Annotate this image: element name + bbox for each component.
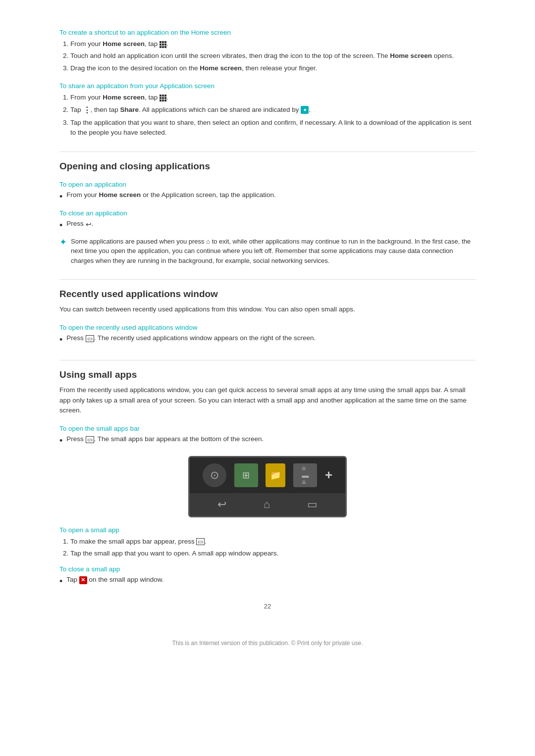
phone-add-app-button[interactable]: +	[325, 467, 332, 483]
phone-back-nav-icon[interactable]: ↩	[217, 498, 226, 511]
bullet-dot-2: •	[59, 220, 62, 231]
open-recent-bullet-item: • Press ▭. The recently used application…	[59, 334, 476, 346]
phone-app-icon-lines: ≡▬≡	[293, 463, 317, 487]
share-step-2: Tap ⋮, then tap Share. All applications …	[70, 104, 476, 116]
close-app-bullet-item: • Press ↩.	[59, 220, 476, 231]
open-small-bar-heading: To open the small apps bar	[59, 425, 476, 432]
tip-icon: ✦	[59, 237, 67, 248]
page-number: 22	[59, 603, 476, 610]
close-small-app-bullet-item: • Tap ✕ on the small app window.	[59, 576, 476, 587]
shortcut-steps-list: From your Home screen, tap . Touch and h…	[70, 39, 476, 73]
close-x-icon: ✕	[79, 576, 87, 584]
using-small-apps-heading: Using small apps	[59, 360, 476, 380]
section-share-heading: To share an application from your Applic…	[59, 82, 476, 90]
shortcut-step-1: From your Home screen, tap .	[70, 39, 476, 49]
footer: This is an Internet version of this publ…	[59, 640, 476, 647]
recent-apps-icon: ▭	[86, 335, 94, 342]
recent-apps-icon-3: ▭	[196, 538, 205, 545]
note-block: ✦ Some applications are paused when you …	[59, 237, 476, 266]
phone-app-icon-grid: ⊞	[234, 463, 258, 487]
close-app-heading: To close an application	[59, 209, 476, 217]
phone-home-nav-icon[interactable]: ⌂	[264, 498, 270, 511]
back-button-icon: ↩	[86, 220, 92, 228]
phone-nav-bar: ↩ ⌂ ▭	[190, 493, 345, 516]
open-small-app-step-2: Tap the small app that you want to open.…	[70, 549, 476, 558]
phone-app-icon-yellow: 📁	[266, 463, 285, 487]
shortcut-step-3: Drag the icon to the desired location on…	[70, 63, 476, 73]
phone-apps-bar: ⊙ ⊞ 📁 ≡▬≡ +	[190, 457, 345, 493]
bullet-dot-3: •	[59, 334, 62, 346]
open-small-app-step-1: To make the small apps bar appear, press…	[70, 537, 476, 547]
phone-app-icon-clock: ⊙	[203, 463, 226, 487]
recent-apps-icon-2: ▭	[86, 436, 94, 443]
share-step-3: Tap the application that you want to sha…	[70, 118, 476, 138]
grid-apps-icon-2	[160, 93, 166, 102]
folder-icon: 📁	[270, 470, 281, 481]
phone-screenshot: ⊙ ⊞ 📁 ≡▬≡ + ↩ ⌂ ▭	[188, 456, 347, 517]
using-small-apps-desc: From the recently used applications wind…	[59, 385, 476, 416]
recently-used-desc: You can switch between recently used app…	[59, 304, 476, 315]
opening-closing-heading: Opening and closing applications	[59, 151, 476, 172]
share-steps-list: From your Home screen, tap . Tap ⋮, then…	[70, 93, 476, 138]
open-small-app-heading: To open a small app	[59, 526, 476, 534]
open-recent-text: Press ▭. The recently used applications …	[66, 334, 316, 342]
open-small-bar-text: Press ▭. The small apps bar appears at t…	[66, 435, 264, 443]
shortcut-step-2: Touch and hold an application icon until…	[70, 51, 476, 61]
open-recent-heading: To open the recently used applications w…	[59, 324, 476, 331]
bullet-dot-4: •	[59, 435, 62, 447]
note-text: Some applications are paused when you pr…	[71, 237, 476, 266]
recently-used-heading: Recently used applications window	[59, 279, 476, 300]
bullet-dot-1: •	[59, 191, 62, 202]
open-app-bullet-item: • From your Home screen or the Applicati…	[59, 191, 476, 202]
apps-grid-icon: ⊞	[242, 470, 250, 481]
share-indicator-icon: ✦	[301, 106, 309, 114]
clock-icon: ⊙	[210, 469, 219, 482]
menu-lines-icon: ≡▬≡	[302, 465, 309, 486]
open-app-text: From your Home screen or the Application…	[66, 191, 276, 199]
open-app-heading: To open an application	[59, 181, 476, 188]
section-shortcut-heading: To create a shortcut to an application o…	[59, 29, 476, 36]
open-small-app-steps-list: To make the small apps bar appear, press…	[70, 537, 476, 559]
bullet-dot-5: •	[59, 576, 62, 587]
close-small-app-heading: To close a small app	[59, 565, 476, 573]
close-app-text: Press ↩.	[66, 220, 93, 228]
share-step-1: From your Home screen, tap .	[70, 93, 476, 102]
phone-recent-nav-icon[interactable]: ▭	[307, 498, 318, 511]
close-small-app-text: Tap ✕ on the small app window.	[66, 576, 163, 584]
grid-apps-icon	[160, 40, 166, 49]
open-small-bar-bullet-item: • Press ▭. The small apps bar appears at…	[59, 435, 476, 447]
